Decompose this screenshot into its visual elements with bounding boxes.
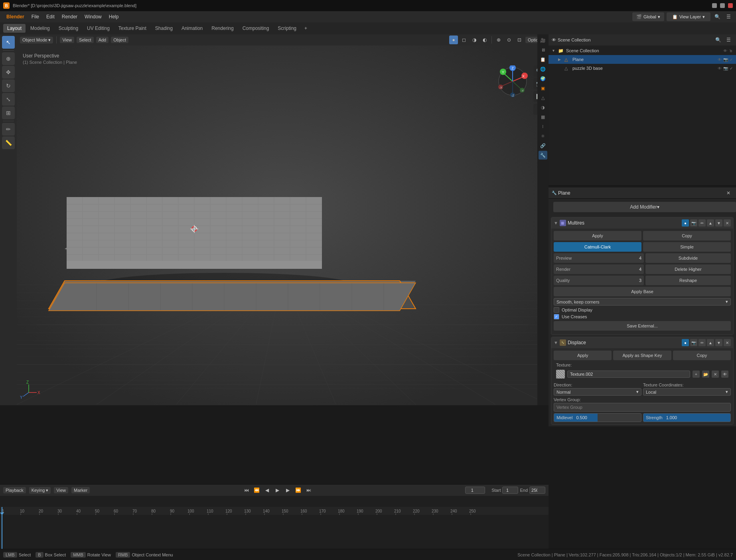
end-frame-input[interactable] <box>529 487 545 494</box>
view-menu[interactable]: View <box>60 37 74 43</box>
strength-slider[interactable]: Strength 1.000 <box>643 413 731 422</box>
navigation-gizmo[interactable]: X Y Z -X -Y -Z <box>497 65 529 97</box>
multires-realtime-btn[interactable]: ● <box>682 219 689 227</box>
menu-render[interactable]: Render <box>59 13 81 21</box>
use-creases-cb[interactable] <box>554 314 559 319</box>
viewport-shading-render[interactable]: ◐ <box>480 35 489 44</box>
vertex-group-field[interactable]: Vertex Group <box>554 403 731 412</box>
catmull-clark-btn[interactable]: Catmull-Clark <box>554 242 641 252</box>
start-frame-input[interactable] <box>502 487 518 494</box>
tl-next-frame-btn[interactable]: ⏩ <box>294 486 303 495</box>
object-menu[interactable]: Object <box>111 37 128 43</box>
displace-mod-header[interactable]: ▼ ⤡ Displace ● 📷 ✏ ▲ ▼ ✕ <box>551 337 733 348</box>
tab-rendering[interactable]: Rendering <box>207 24 237 33</box>
menu-file[interactable]: File <box>28 13 42 21</box>
filter-btn[interactable]: ☰ <box>724 12 733 21</box>
multires-edit-btn[interactable]: ✏ <box>699 219 706 227</box>
apply-base-btn[interactable]: Apply Base <box>554 287 731 296</box>
texture-name-field[interactable]: Texture.002 <box>567 371 690 378</box>
prop-object-icon[interactable]: ▣ <box>539 84 547 93</box>
object-mode-dropdown[interactable]: Object Mode ▾ <box>20 37 53 43</box>
reshape-btn[interactable]: Reshape <box>645 276 731 285</box>
select-tool-btn[interactable]: ↖ <box>2 36 15 49</box>
tree-puzzle-base[interactable]: △ puzzle 3D base 👁 📷 ✓ <box>549 64 736 73</box>
rotate-tool-btn[interactable]: ↻ <box>2 79 15 92</box>
tab-modeling[interactable]: Modeling <box>26 24 54 33</box>
prop-world-icon[interactable]: 🌍 <box>539 74 547 83</box>
render-value[interactable]: 4 <box>639 267 641 272</box>
prop-texture-icon[interactable]: ▦ <box>539 112 547 121</box>
move-tool-btn[interactable]: ✥ <box>2 66 15 79</box>
save-external-btn[interactable]: Save External... <box>554 321 731 331</box>
cursor-tool-btn[interactable]: ⊕ <box>2 52 15 65</box>
viewport[interactable]: Object Mode ▾ View Select Add Object ● ◻… <box>17 34 549 405</box>
direction-dropdown[interactable]: Normal ▾ <box>554 388 641 396</box>
preview-value[interactable]: 4 <box>639 256 641 260</box>
tl-play-btn[interactable]: ▶ <box>273 486 282 495</box>
displace-close-btn[interactable]: ✕ <box>724 339 731 346</box>
prop-mesh-icon[interactable]: △ <box>539 93 547 102</box>
texture-show-btn[interactable]: 👁 <box>721 371 728 378</box>
multires-up-btn[interactable]: ▲ <box>707 219 714 227</box>
prop-modifier-icon[interactable]: 🔧 <box>539 151 547 160</box>
gizmo-toggle[interactable]: ⊕ <box>494 35 503 44</box>
tab-shading[interactable]: Shading <box>151 24 177 33</box>
tree-plane[interactable]: ▶ △ Plane 👁 📷 ✓ <box>549 55 736 64</box>
displace-apply-btn[interactable]: Apply <box>554 351 612 360</box>
tl-jump-end-btn[interactable]: ⏭ <box>304 486 313 495</box>
texture-new-btn[interactable]: + <box>693 371 700 378</box>
tab-uv-editing[interactable]: UV Editing <box>83 24 114 33</box>
overlay-toggle[interactable]: ⊙ <box>505 35 513 44</box>
add-modifier-btn[interactable]: Add Modifier ▾ <box>553 202 736 212</box>
add-workspace-btn[interactable]: + <box>301 24 310 33</box>
texcoord-dropdown[interactable]: Local ▾ <box>643 388 731 396</box>
optimal-display-cb[interactable] <box>554 307 559 313</box>
xray-toggle[interactable]: ⊡ <box>515 35 524 44</box>
transform-tool-btn[interactable]: ⊞ <box>2 106 15 119</box>
prop-render-icon[interactable]: 🎥 <box>539 36 547 45</box>
box-select-key[interactable]: B <box>36 552 43 558</box>
tab-texture-paint[interactable]: Texture Paint <box>114 24 150 33</box>
multires-close-btn[interactable]: ✕ <box>724 219 731 227</box>
scene-selector[interactable]: 🎬Global▾ <box>632 12 664 21</box>
prop-physics-icon[interactable]: ⚛ <box>539 132 547 140</box>
prop-material-icon[interactable]: ◑ <box>539 103 547 112</box>
measure-tool-btn[interactable]: 📏 <box>2 136 15 149</box>
prop-scene-icon[interactable]: 🌐 <box>539 65 547 73</box>
viewport-shading-solid[interactable]: ● <box>449 35 458 44</box>
prop-output-icon[interactable]: 🖥 <box>539 45 547 54</box>
add-menu[interactable]: Add <box>96 37 109 43</box>
tl-view-menu[interactable]: View <box>54 487 68 493</box>
context-menu-key[interactable]: RMB <box>116 552 130 558</box>
modifier-panel-close[interactable]: ✕ <box>724 189 733 197</box>
current-frame-input[interactable] <box>465 487 485 494</box>
texture-unlink-btn[interactable]: ✕ <box>712 371 719 378</box>
rotate-key[interactable]: MMB <box>71 552 86 558</box>
displace-copy-btn[interactable]: Copy <box>673 351 731 360</box>
outliner-filter[interactable]: ☰ <box>724 35 733 44</box>
delete-higher-btn[interactable]: Delete Higher <box>645 264 731 274</box>
displace-apply-shape-key-btn[interactable]: Apply as Shape Key <box>613 351 671 360</box>
close-btn[interactable] <box>728 3 733 8</box>
annotate-tool-btn[interactable]: ✏ <box>2 123 15 136</box>
displace-render-btn[interactable]: 📷 <box>690 339 697 346</box>
menu-blender[interactable]: Blender <box>3 13 28 21</box>
prop-constraints-icon[interactable]: 🔗 <box>539 141 547 150</box>
prop-view-layer-icon[interactable]: 📋 <box>539 55 547 64</box>
multires-render-btn[interactable]: 📷 <box>690 219 697 227</box>
displace-down-btn[interactable]: ▼ <box>715 339 722 346</box>
tab-compositing[interactable]: Compositing <box>239 24 273 33</box>
select-menu[interactable]: Select <box>77 37 94 43</box>
midlevel-slider[interactable]: Midlevel 0.500 <box>554 413 641 422</box>
multires-down-btn[interactable]: ▼ <box>715 219 722 227</box>
simple-btn[interactable]: Simple <box>643 242 731 252</box>
viewport-shading-wire[interactable]: ◻ <box>460 35 468 44</box>
outliner-search[interactable]: 🔍 <box>714 35 722 44</box>
tab-animation[interactable]: Animation <box>178 24 207 33</box>
tab-layout[interactable]: Layout <box>3 24 26 33</box>
multires-mod-header[interactable]: ▼ ▦ Multires ● 📷 ✏ ▲ ▼ ✕ <box>551 217 733 229</box>
quality-value[interactable]: 3 <box>639 278 641 283</box>
displace-realtime-btn[interactable]: ● <box>682 339 689 346</box>
tl-next-keyframe-btn[interactable]: ▶ <box>284 486 292 495</box>
viewport-canvas[interactable]: User Perspective (1) Scene Collection | … <box>17 45 549 405</box>
